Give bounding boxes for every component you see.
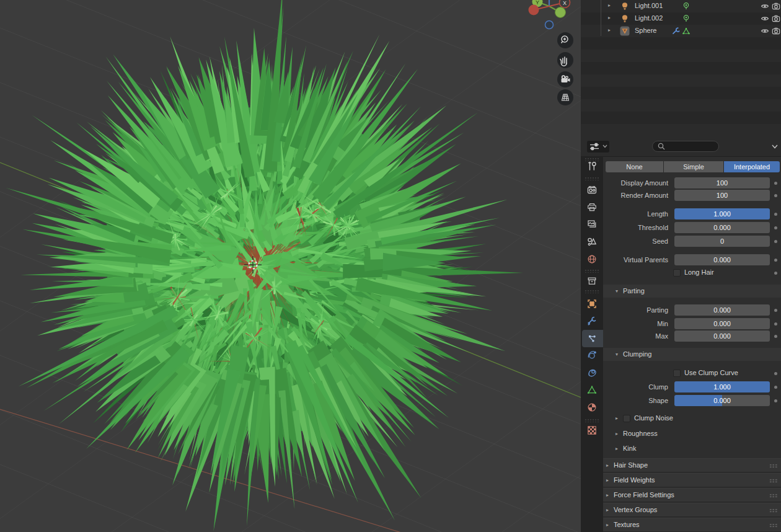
zoom-button[interactable] [557,32,573,48]
editor-type-button[interactable] [587,141,609,153]
animate-decorator-dot[interactable] [774,182,777,185]
expand-arrow-icon[interactable]: ▸ [608,27,611,33]
panel-vertex-groups[interactable]: ▸ Vertex Groups [603,503,781,517]
panel-drag-grip[interactable] [769,479,778,483]
expand-arrow-icon[interactable]: ▸ [608,2,611,8]
tab-view-layer[interactable] [586,219,598,230]
expand-arrow-icon[interactable]: ▸ [608,15,611,20]
tab-physics[interactable] [586,350,598,361]
subpanel-kink[interactable]: ▸ Kink [603,443,781,454]
expand-triangle-icon[interactable]: ▸ [606,507,609,513]
subpanel-clump-noise[interactable]: ▸ Clump Noise [603,413,781,424]
subpanel-roughness[interactable]: ▸ Roughness [603,428,781,440]
tab-object-data[interactable] [586,384,598,396]
expand-triangle-icon[interactable]: ▸ [616,415,618,421]
field-length[interactable]: 1.000 [674,208,770,219]
field-clump[interactable]: 1.000 [674,381,770,392]
field-seed[interactable]: 0 [674,236,770,247]
animate-decorator-dot[interactable] [774,399,777,402]
navigation-gizmo[interactable]: Y X [524,0,580,37]
animate-decorator-dot[interactable] [774,259,777,262]
eye-icon[interactable] [761,27,769,37]
field-display-amount[interactable]: 100 [674,177,770,188]
animate-decorator-dot[interactable] [774,272,777,275]
outliner-item-light-002[interactable]: ▸ Light.002 [581,12,781,25]
checkbox-use-clump-curve[interactable] [673,370,681,377]
tab-output[interactable] [586,202,598,213]
camera-toggle-icon[interactable] [772,27,780,37]
camera-toggle-icon[interactable] [772,2,780,12]
camera-view-button[interactable] [557,71,573,87]
expand-triangle-icon[interactable]: ▾ [616,288,618,294]
animate-decorator-dot[interactable] [774,226,777,229]
ortho-toggle-button[interactable] [557,89,573,105]
panel-drag-grip[interactable] [769,494,778,498]
modifier-wrench-icon[interactable] [671,27,680,37]
tab-constraints[interactable] [586,367,598,378]
light-data-icon[interactable] [682,2,691,12]
expand-triangle-icon[interactable]: ▸ [606,522,609,528]
tab-tool[interactable] [586,161,598,172]
segmented-option-none[interactable]: None [606,161,664,172]
field-parting[interactable]: 0.000 [674,304,770,316]
tab-particles[interactable] [586,333,598,344]
animate-decorator-dot[interactable] [774,335,777,338]
subpanel-clumping[interactable]: ▾ Clumping [603,349,781,360]
field-threshold[interactable]: 0.000 [674,222,770,233]
checkbox-clump-noise[interactable] [623,415,630,422]
animate-decorator-dot[interactable] [774,372,777,375]
tab-modifiers[interactable] [586,316,598,327]
prop-row-threshold: Threshold 0.000 [603,222,781,233]
light-data-icon[interactable] [682,14,691,24]
checkbox-long-hair[interactable] [673,269,681,277]
tab-group-separator [585,290,599,293]
panel-field-weights[interactable]: ▸ Field Weights [603,473,781,487]
tab-scene[interactable] [586,236,598,247]
eye-icon[interactable] [761,2,769,12]
animate-decorator-dot[interactable] [774,240,777,243]
tab-material[interactable] [586,402,598,413]
panel-hair-shape[interactable]: ▸ Hair Shape [603,458,781,472]
particles-data-icon[interactable] [682,27,691,37]
animate-decorator-dot[interactable] [774,322,777,326]
expand-triangle-icon[interactable]: ▸ [616,446,618,451]
animate-decorator-dot[interactable] [774,386,777,389]
panel-drag-grip[interactable] [769,464,778,468]
field-max[interactable]: 0.000 [674,330,770,342]
expand-triangle-icon[interactable]: ▸ [606,492,609,498]
3d-viewport[interactable]: Y X [0,0,581,532]
camera-toggle-icon[interactable] [772,14,780,24]
tab-world[interactable] [586,254,598,265]
field-shape[interactable]: 0.000 [674,395,770,406]
outliner-item-sphere[interactable]: ▸ Sphere [581,25,781,37]
subpanel-parting[interactable]: ▾ Parting [603,286,781,297]
field-render-amount[interactable]: 100 [674,190,770,201]
expand-triangle-icon[interactable]: ▸ [606,477,609,483]
panel-force-field-settings[interactable]: ▸ Force Field Settings [603,488,781,502]
prop-row-virtual-parents: Virtual Parents 0.000 [603,254,781,265]
tab-texture[interactable] [586,425,598,436]
tab-object[interactable] [586,298,598,309]
expand-triangle-icon[interactable]: ▸ [616,431,618,437]
expand-triangle-icon[interactable]: ▸ [606,463,609,468]
chevron-down-icon[interactable] [770,142,779,152]
field-min[interactable]: 0.000 [674,318,770,329]
prop-row-use-clump-curve: Use Clump Curve [603,368,781,379]
pan-button[interactable] [557,52,573,68]
panel-drag-grip[interactable] [769,508,778,513]
eye-icon[interactable] [761,14,769,24]
outliner-item-light-001[interactable]: ▸ Light.001 [581,0,781,12]
animate-decorator-dot[interactable] [774,309,777,312]
segmented-option-simple[interactable]: Simple [664,161,724,172]
panel-drag-grip[interactable] [769,523,778,528]
animate-decorator-dot[interactable] [774,194,777,197]
tab-collection[interactable] [586,275,598,286]
field-virtual-parents[interactable]: 0.000 [674,254,770,265]
panel-textures[interactable]: ▸ Textures [603,518,781,532]
properties-search-input[interactable] [652,141,719,152]
field-label: Length [603,208,668,219]
tab-render[interactable] [586,184,598,195]
segmented-option-interpolated[interactable]: Interpolated [724,161,780,172]
animate-decorator-dot[interactable] [774,213,777,216]
expand-triangle-icon[interactable]: ▾ [616,352,618,357]
